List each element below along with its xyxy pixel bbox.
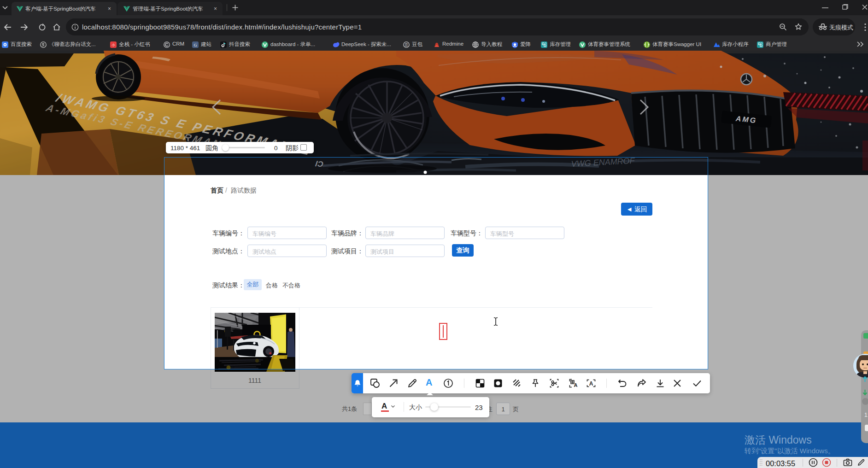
svg-text:A: A	[589, 380, 593, 387]
svg-text:A: A	[574, 382, 578, 388]
svg-text:小: 小	[112, 43, 115, 47]
svg-text:豆: 豆	[405, 43, 408, 47]
svg-text:G: G	[194, 43, 197, 47]
